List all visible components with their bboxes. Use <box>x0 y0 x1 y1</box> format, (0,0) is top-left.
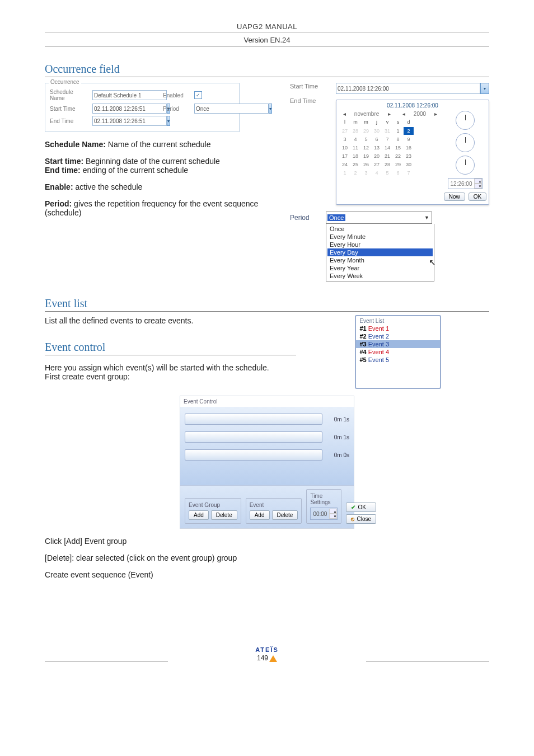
calendar[interactable]: ◂ novembre ▸ ◂ 2000 ▸ lmmjvsd 2728293031… <box>340 111 441 201</box>
period-option[interactable]: Every Week <box>327 272 433 280</box>
calendar-day[interactable]: 3 <box>361 169 371 177</box>
calendar-day[interactable]: 27 <box>340 127 350 135</box>
header-rule-1 <box>45 32 489 32</box>
clock-icon <box>456 111 475 130</box>
calendar-day[interactable]: 7 <box>382 135 392 143</box>
calendar-day[interactable]: 2 <box>350 169 360 177</box>
time-settings-down-icon[interactable]: ▼ <box>329 514 337 519</box>
month-next-icon[interactable]: ▸ <box>385 111 394 117</box>
calendar-day[interactable]: 14 <box>382 144 392 152</box>
event-list-item[interactable]: #1 Event 1 <box>356 325 440 332</box>
calendar-day[interactable]: 27 <box>372 161 382 168</box>
calendar-day[interactable]: 23 <box>404 152 414 160</box>
chevron-down-icon[interactable]: ▼ <box>423 215 430 220</box>
time-spinner[interactable]: 12:26:00 ▲▼ <box>448 178 483 189</box>
slider[interactable] <box>185 449 322 461</box>
calendar-day[interactable]: 1 <box>393 127 403 135</box>
calendar-day[interactable]: 17 <box>340 152 350 160</box>
period-dropdown-icon[interactable]: ▾ <box>269 104 272 114</box>
calendar-day[interactable]: 7 <box>404 169 414 177</box>
dt-start-label: Start Time <box>290 83 329 90</box>
schedule-name-input[interactable] <box>92 90 167 100</box>
event-group-delete-button[interactable]: Delete <box>211 510 237 520</box>
event-group-add-button[interactable]: Add <box>189 510 209 520</box>
year-next-icon[interactable]: ▸ <box>432 111 441 117</box>
event-list-desc: List all the defined events to create ev… <box>45 316 296 325</box>
calendar-day[interactable]: 13 <box>372 144 382 152</box>
enabled-checkbox[interactable]: ✓ <box>194 91 202 99</box>
calendar-day[interactable]: 11 <box>350 144 360 152</box>
time-settings-spinner[interactable]: 00:00 ▲▼ <box>310 508 338 520</box>
footer-rule-right <box>366 661 489 662</box>
calendar-day[interactable]: 28 <box>350 127 360 135</box>
calendar-day[interactable]: 15 <box>393 144 403 152</box>
month-prev-icon[interactable]: ◂ <box>340 111 349 117</box>
event-list-item[interactable]: #2 Event 2 <box>356 332 440 340</box>
event-list-item[interactable]: #3 Event 3 <box>356 340 440 348</box>
picker-ok-button[interactable]: OK <box>469 192 486 201</box>
event-delete-button[interactable]: Delete <box>272 510 298 520</box>
calendar-day[interactable]: 29 <box>393 161 403 168</box>
calendar-day[interactable]: 26 <box>361 161 371 168</box>
calendar-day[interactable]: 4 <box>372 169 382 177</box>
ec-close-button[interactable]: ⎋Close <box>346 514 376 524</box>
calendar-day[interactable]: 30 <box>404 161 414 168</box>
time-down-icon[interactable]: ▼ <box>474 184 482 189</box>
event-list-item[interactable]: #4 Event 4 <box>356 348 440 356</box>
time-up-icon[interactable]: ▲ <box>474 179 482 184</box>
period-option[interactable]: Every Month <box>327 256 433 264</box>
now-button[interactable]: Now <box>444 192 465 201</box>
calendar-day[interactable]: 29 <box>361 127 371 135</box>
event-list-panel-title: Event List <box>356 316 440 325</box>
dt-start-input[interactable] <box>336 83 480 94</box>
calendar-day[interactable]: 5 <box>382 169 392 177</box>
calendar-day[interactable]: 6 <box>393 169 403 177</box>
period-option[interactable]: Every Year <box>327 264 433 272</box>
calendar-day[interactable]: 3 <box>340 135 350 143</box>
ec-ok-button[interactable]: ✔OK <box>346 503 376 512</box>
event-add-button[interactable]: Add <box>250 510 270 520</box>
datetime-popup: 02.11.2008 12:26:00 ◂ novembre ▸ ◂ 2000 … <box>336 100 489 205</box>
calendar-day[interactable]: 12 <box>361 144 371 152</box>
calendar-day[interactable]: 21 <box>382 152 392 160</box>
calendar-day[interactable]: 18 <box>350 152 360 160</box>
start-time-input[interactable] <box>92 104 167 114</box>
slider[interactable] <box>185 431 322 443</box>
calendar-day[interactable]: 19 <box>361 152 371 160</box>
calendar-day[interactable]: 8 <box>393 135 403 143</box>
end-time-dropdown-icon[interactable]: ▾ <box>167 116 170 126</box>
weekday-header: l <box>340 118 350 126</box>
period-input[interactable] <box>194 104 269 114</box>
event-list-panel: Event List #1 Event 1#2 Event 2#3 Event … <box>355 315 441 389</box>
slider[interactable] <box>185 414 322 425</box>
dt-start-dropdown-icon[interactable]: ▾ <box>480 83 489 94</box>
period-combo[interactable]: Once ▼ <box>326 212 432 224</box>
calendar-day[interactable]: 2 <box>404 127 414 135</box>
weekday-header: v <box>382 118 392 126</box>
year-prev-icon[interactable]: ◂ <box>399 111 408 117</box>
calendar-day[interactable]: 24 <box>340 161 350 168</box>
calendar-day[interactable]: 31 <box>382 127 392 135</box>
event-list-item[interactable]: #5 Event 5 <box>356 356 440 364</box>
calendar-day[interactable]: 25 <box>350 161 360 168</box>
calendar-day[interactable]: 4 <box>350 135 360 143</box>
month-label: novembre <box>354 111 379 117</box>
calendar-day[interactable]: 16 <box>404 144 414 152</box>
calendar-day[interactable]: 5 <box>361 135 371 143</box>
calendar-day[interactable]: 1 <box>340 169 350 177</box>
time-settings-up-icon[interactable]: ▲ <box>329 509 337 514</box>
period-option[interactable]: Once <box>327 225 433 233</box>
period-option[interactable]: Every Day <box>327 248 433 256</box>
datetime-picker-figure: Start Time ▾ End Time 02.11.2008 12:26:0… <box>290 83 489 205</box>
calendar-day[interactable]: 20 <box>372 152 382 160</box>
calendar-day[interactable]: 22 <box>393 152 403 160</box>
end-time-input[interactable] <box>92 116 167 126</box>
calendar-day[interactable]: 9 <box>404 135 414 143</box>
period-option[interactable]: Every Hour <box>327 241 433 248</box>
period-option[interactable]: Every Minute <box>327 233 433 241</box>
calendar-day[interactable]: 10 <box>340 144 350 152</box>
calendar-day[interactable]: 28 <box>382 161 392 168</box>
calendar-day[interactable]: 30 <box>372 127 382 135</box>
calendar-day[interactable]: 6 <box>372 135 382 143</box>
period-option-list[interactable]: ↖ OnceEvery MinuteEvery HourEvery DayEve… <box>326 224 434 281</box>
